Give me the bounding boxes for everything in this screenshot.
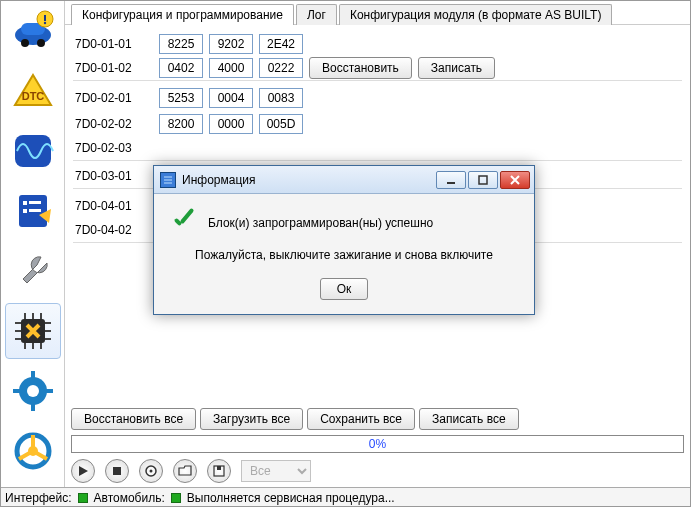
svg-rect-8 xyxy=(15,135,51,167)
close-icon xyxy=(510,175,520,185)
row-value-input[interactable] xyxy=(159,58,203,78)
config-row: 7D0-02-02 xyxy=(73,113,682,135)
play-button[interactable] xyxy=(71,459,95,483)
svg-rect-40 xyxy=(447,182,455,184)
disk-reload-icon xyxy=(144,464,158,478)
info-dialog: Информация Блок(и) запрограммирован(ны) … xyxy=(153,165,535,315)
sidebar-item-wrench[interactable] xyxy=(5,243,61,299)
reload-from-disk-button[interactable] xyxy=(139,459,163,483)
row-address: 7D0-04-02 xyxy=(73,223,153,237)
sidebar-item-car-info[interactable] xyxy=(5,3,61,59)
sidebar-item-steering[interactable] xyxy=(5,423,61,479)
sidebar-item-dtc[interactable]: DTC xyxy=(5,63,61,119)
row-value-input[interactable] xyxy=(209,58,253,78)
write-all-button[interactable]: Записать все xyxy=(419,408,519,430)
config-row: 7D0-02-01 xyxy=(73,87,682,109)
dialog-title: Информация xyxy=(182,173,434,187)
svg-rect-41 xyxy=(479,176,487,184)
minimize-icon xyxy=(446,175,456,185)
svg-point-2 xyxy=(21,39,29,47)
car-info-icon xyxy=(11,9,55,53)
load-all-button[interactable]: Загрузить все xyxy=(200,408,303,430)
row-value-input[interactable] xyxy=(209,34,253,54)
checklist-icon xyxy=(11,189,55,233)
dialog-app-icon xyxy=(160,172,176,188)
ok-button[interactable]: Ок xyxy=(320,278,368,300)
status-car-label: Автомобиль: xyxy=(94,491,165,505)
svg-rect-30 xyxy=(31,403,35,411)
dialog-message-1: Блок(и) запрограммирован(ны) успешно xyxy=(208,216,433,230)
steering-icon xyxy=(11,429,55,473)
dialog-titlebar[interactable]: Информация xyxy=(154,166,534,194)
row-value-input[interactable] xyxy=(209,88,253,108)
svg-rect-13 xyxy=(29,209,41,212)
row-value-input[interactable] xyxy=(259,88,303,108)
row-value-input[interactable] xyxy=(159,34,203,54)
sidebar: DTC xyxy=(1,1,65,487)
dialog-message-2: Пожалуйста, выключите зажигание и снова … xyxy=(170,248,518,262)
play-icon xyxy=(77,465,89,477)
bottom-area: Восстановить все Загрузить все Сохранить… xyxy=(65,405,690,487)
svg-point-28 xyxy=(27,385,39,397)
save-button[interactable] xyxy=(207,459,231,483)
stop-icon xyxy=(111,465,123,477)
stop-button[interactable] xyxy=(105,459,129,483)
sidebar-item-oscilloscope[interactable] xyxy=(5,123,61,179)
write-button[interactable]: Записать xyxy=(418,57,495,79)
restore-all-button[interactable]: Восстановить все xyxy=(71,408,196,430)
restore-button[interactable]: Восстановить xyxy=(309,57,412,79)
status-message: Выполняется сервисная процедура... xyxy=(187,491,395,505)
config-row: 7D0-02-03 xyxy=(73,139,682,161)
open-button[interactable] xyxy=(173,459,197,483)
maximize-icon xyxy=(478,175,488,185)
status-bar: Интерфейс: Автомобиль: Выполняется серви… xyxy=(1,487,690,507)
row-address: 7D0-02-03 xyxy=(73,141,153,155)
sidebar-item-gear[interactable] xyxy=(5,363,61,419)
row-value-input[interactable] xyxy=(259,58,303,78)
filter-dropdown[interactable]: Все xyxy=(241,460,311,482)
svg-point-6 xyxy=(43,22,45,24)
svg-rect-39 xyxy=(217,466,221,470)
row-value-input[interactable] xyxy=(259,114,303,134)
dialog-success-row: Блок(и) запрограммирован(ны) успешно xyxy=(170,212,518,234)
dialog-body: Блок(и) запрограммирован(ны) успешно Пож… xyxy=(154,194,534,314)
row-value-input[interactable] xyxy=(159,88,203,108)
maximize-button[interactable] xyxy=(468,171,498,189)
config-row: 7D0-01-01 xyxy=(73,33,682,55)
progress-bar: 0% xyxy=(71,435,684,453)
sidebar-item-checklist[interactable] xyxy=(5,183,61,239)
progress-label: 0% xyxy=(72,436,683,452)
svg-rect-32 xyxy=(45,389,53,393)
minimize-button[interactable] xyxy=(436,171,466,189)
svg-rect-29 xyxy=(31,371,35,379)
wrench-icon xyxy=(11,249,55,293)
control-row: Все xyxy=(65,455,690,487)
save-all-button[interactable]: Сохранить все xyxy=(307,408,415,430)
svg-rect-12 xyxy=(23,209,27,213)
row-address: 7D0-02-01 xyxy=(73,91,153,105)
svg-rect-5 xyxy=(44,15,46,21)
chip-icon xyxy=(11,309,55,353)
folder-open-icon xyxy=(178,464,192,478)
svg-rect-35 xyxy=(113,467,121,475)
svg-point-3 xyxy=(37,39,45,47)
row-value-input[interactable] xyxy=(259,34,303,54)
svg-rect-10 xyxy=(23,201,27,205)
row-value-input[interactable] xyxy=(159,114,203,134)
row-address: 7D0-03-01 xyxy=(73,169,153,183)
save-icon xyxy=(212,464,226,478)
row-address: 7D0-01-01 xyxy=(73,37,153,51)
car-led-icon xyxy=(171,493,181,503)
sidebar-item-chip[interactable] xyxy=(5,303,61,359)
tab-asbuilt[interactable]: Конфигурация модуля (в формате AS BUILT) xyxy=(339,4,613,25)
dtc-icon: DTC xyxy=(11,69,55,113)
close-button[interactable] xyxy=(500,171,530,189)
tab-log[interactable]: Лог xyxy=(296,4,337,25)
row-value-input[interactable] xyxy=(209,114,253,134)
row-address: 7D0-04-01 xyxy=(73,199,153,213)
success-check-icon xyxy=(170,212,198,234)
config-row: 7D0-01-02 Восстановить Записать xyxy=(73,59,682,81)
tab-config-programming[interactable]: Конфигурация и программирование xyxy=(71,4,294,25)
svg-rect-31 xyxy=(13,389,21,393)
status-interface-label: Интерфейс: xyxy=(5,491,72,505)
